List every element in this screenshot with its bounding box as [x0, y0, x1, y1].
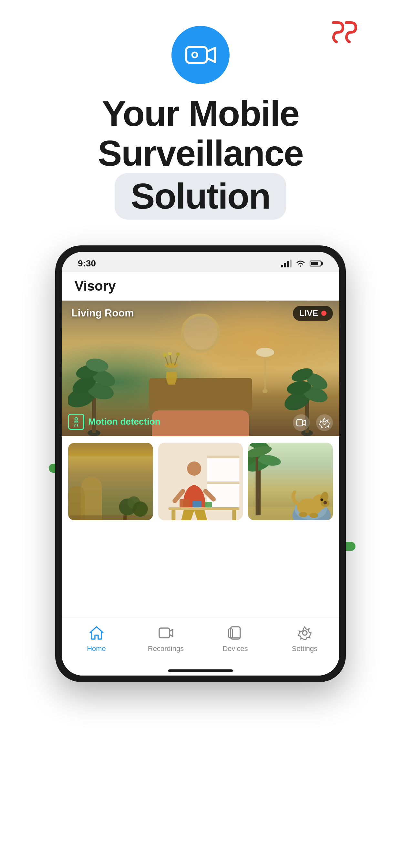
recordings-icon [158, 625, 174, 640]
home-icon [89, 625, 104, 640]
svg-rect-35 [297, 420, 303, 426]
tab-bar: Home Recordings [62, 617, 339, 666]
thumbnail-grid [62, 436, 339, 527]
svg-point-1 [192, 52, 197, 58]
recordings-tab-label: Recordings [148, 645, 184, 653]
svg-point-41 [133, 501, 148, 516]
svg-rect-46 [207, 482, 239, 484]
phone-frame: 9:30 [55, 245, 346, 682]
thumbnail-courtyard[interactable] [68, 443, 153, 520]
svg-point-33 [176, 352, 180, 356]
motion-icon [68, 414, 84, 430]
svg-point-79 [303, 631, 307, 635]
svg-rect-4 [287, 261, 289, 268]
settings-gear-icon [297, 625, 313, 640]
home-tab-icon [88, 624, 105, 642]
tab-recordings[interactable]: Recordings [131, 624, 201, 653]
svg-point-68 [323, 501, 327, 504]
camera-feed[interactable]: Living Room LIVE [62, 301, 339, 436]
headline-line3: Solution [115, 173, 286, 219]
svg-rect-42 [123, 516, 127, 520]
camera-controls [293, 414, 333, 431]
quote-decoration-icon [330, 20, 362, 45]
headline: Your Mobile Surveillance Solution [85, 94, 316, 220]
live-text: LIVE [299, 308, 318, 318]
sofa-decoration [152, 410, 249, 436]
camera-location-label: Living Room [71, 307, 134, 319]
thumbnail-pet-room[interactable] [248, 443, 333, 520]
svg-rect-55 [192, 501, 202, 507]
pet-room-svg [248, 443, 333, 520]
svg-point-26 [263, 389, 268, 393]
status-bar: 9:30 [62, 252, 339, 272]
devices-icon [227, 625, 243, 640]
svg-point-69 [320, 498, 323, 501]
svg-rect-2 [281, 265, 283, 268]
vase-decoration [162, 352, 181, 384]
settings-icon [319, 417, 330, 428]
svg-point-48 [187, 461, 201, 476]
svg-rect-56 [205, 502, 212, 507]
svg-point-32 [168, 352, 172, 355]
live-dot [321, 311, 327, 316]
app-title: Visory [74, 278, 116, 293]
headline-line2: Surveillance [98, 133, 303, 174]
svg-rect-3 [284, 263, 286, 268]
thumbnail-child-room[interactable] [158, 443, 243, 520]
motion-label: Motion detection [88, 416, 160, 427]
status-time: 9:30 [78, 258, 96, 269]
settings-control[interactable] [316, 414, 333, 431]
home-bar [168, 670, 233, 672]
wifi-icon [296, 259, 306, 268]
quote-icon [330, 20, 362, 46]
status-icons [281, 259, 323, 268]
recordings-tab-icon [157, 624, 175, 642]
svg-point-36 [323, 421, 326, 424]
recording-control[interactable] [293, 414, 310, 431]
svg-rect-7 [321, 262, 323, 265]
svg-point-70 [299, 512, 307, 517]
settings-tab-label: Settings [292, 645, 318, 653]
phone-bottom-area [62, 527, 339, 617]
lamp-decoration [255, 346, 275, 410]
child-room-svg [158, 443, 243, 520]
courtyard-svg [68, 443, 153, 520]
svg-point-31 [163, 353, 167, 357]
svg-rect-53 [232, 510, 236, 520]
svg-rect-54 [180, 499, 189, 507]
motion-figure-icon [71, 417, 81, 427]
svg-line-29 [170, 354, 172, 364]
phone-screen: 9:30 [62, 252, 339, 676]
recording-icon [296, 418, 306, 427]
svg-rect-51 [168, 507, 239, 510]
phone-mockup: 9:30 [55, 245, 346, 682]
svg-rect-8 [311, 262, 318, 265]
app-header: Visory [62, 272, 339, 301]
svg-rect-45 [207, 456, 239, 458]
app-icon[interactable] [172, 26, 229, 84]
home-tab-label: Home [87, 645, 106, 653]
motion-detection: Motion detection [68, 414, 160, 430]
svg-point-71 [310, 513, 318, 518]
svg-rect-52 [172, 510, 175, 520]
tab-settings[interactable]: Settings [270, 624, 339, 653]
battery-icon [310, 259, 323, 268]
home-indicator [62, 666, 339, 676]
devices-tab-icon [226, 624, 244, 642]
svg-point-25 [256, 348, 274, 357]
camera-video-icon [184, 42, 217, 68]
svg-rect-75 [159, 628, 169, 638]
top-section: Your Mobile Surveillance Solution 9:30 [0, 0, 401, 682]
tab-devices[interactable]: Devices [201, 624, 270, 653]
devices-tab-label: Devices [222, 645, 248, 653]
page-wrapper: Your Mobile Surveillance Solution 9:30 [0, 0, 401, 868]
svg-rect-5 [290, 259, 291, 268]
headline-line1: Your Mobile [102, 93, 299, 134]
signal-icon [281, 259, 291, 268]
mirror-decoration [181, 314, 220, 352]
settings-tab-icon [296, 624, 314, 642]
live-badge: LIVE [293, 306, 333, 321]
svg-point-34 [75, 417, 78, 420]
tab-home[interactable]: Home [62, 624, 131, 653]
